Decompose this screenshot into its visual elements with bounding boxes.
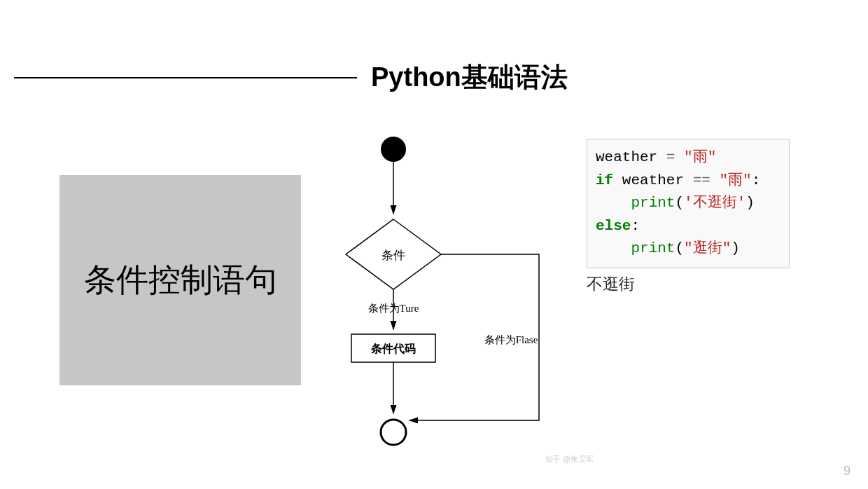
end-node bbox=[381, 420, 406, 445]
flowchart-diagram: 条件 条件为Ture 条件代码 条件为Flase bbox=[315, 130, 574, 459]
code-example: weather = "雨" if weather == "雨": print('… bbox=[587, 139, 790, 268]
code-block-label: 条件代码 bbox=[370, 343, 416, 354]
code-line-5: print("逛街") bbox=[596, 237, 780, 261]
condition-label: 条件 bbox=[382, 249, 405, 262]
code-line-1: weather = "雨" bbox=[596, 146, 780, 170]
subtitle-text: 条件控制语句 bbox=[84, 259, 277, 302]
start-node bbox=[381, 137, 406, 162]
watermark-text: 知乎 @朱卫军 bbox=[545, 454, 594, 464]
slide-title: Python基础语法 bbox=[371, 60, 568, 95]
true-label: 条件为Ture bbox=[368, 303, 419, 314]
code-output: 不逛街 bbox=[587, 273, 635, 295]
page-number: 9 bbox=[844, 464, 850, 478]
code-line-3: print('不逛街') bbox=[596, 192, 780, 215]
slide-header: Python基础语法 bbox=[14, 60, 854, 95]
header-rule bbox=[14, 77, 357, 78]
code-line-2: if weather == "雨": bbox=[596, 170, 780, 193]
code-line-4: else: bbox=[596, 215, 780, 238]
subtitle-panel: 条件控制语句 bbox=[59, 175, 301, 385]
false-label: 条件为Flase bbox=[484, 334, 538, 345]
